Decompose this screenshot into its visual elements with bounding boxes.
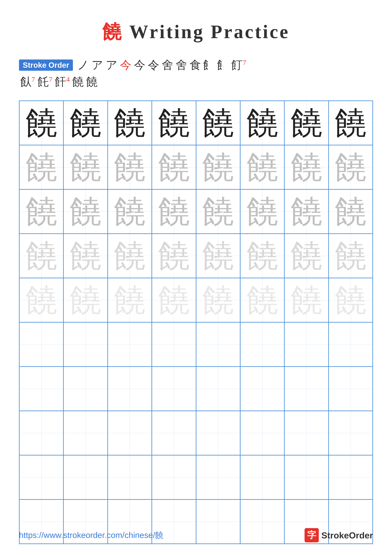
grid-cell: 饒: [240, 278, 284, 322]
stroke-8: 舍: [176, 58, 187, 73]
practice-char: 饒: [202, 284, 234, 316]
grid-cell: 饒: [152, 101, 196, 145]
grid-cell: [152, 322, 196, 366]
grid-cell: 饒: [19, 101, 64, 145]
grid-cell: 饒: [108, 278, 152, 322]
practice-grid: 饒饒饒饒饒饒饒饒饒饒饒饒饒饒饒饒饒饒饒饒饒饒饒饒饒饒饒饒饒饒饒饒饒饒饒饒饒饒饒饒: [19, 101, 373, 544]
grid-cell: [328, 322, 373, 366]
grid-cell: 饒: [328, 101, 373, 145]
practice-char: 饒: [158, 284, 190, 316]
grid-cell: [152, 411, 196, 455]
grid-cell: 饒: [152, 189, 196, 234]
grid-cell: [108, 366, 152, 411]
grid-row: 饒饒饒饒饒饒饒饒: [19, 101, 373, 145]
stroke-6: 令: [148, 58, 159, 73]
stroke-13: 飤7: [20, 74, 35, 89]
practice-char: 饒: [70, 284, 101, 316]
grid-cell: 饒: [108, 101, 152, 145]
practice-char: 饒: [291, 151, 322, 183]
grid-cell: 饒: [284, 101, 328, 145]
practice-char: 饒: [158, 107, 190, 139]
grid-cell: 饒: [108, 145, 152, 189]
grid-cell: 饒: [328, 234, 373, 278]
grid-cell: [196, 322, 240, 366]
grid-cell: 饒: [240, 101, 284, 145]
practice-char: 饒: [202, 196, 234, 227]
grid-cell: [196, 411, 240, 455]
grid-cell: [19, 366, 64, 411]
stroke-7: 舍: [162, 58, 173, 73]
grid-cell: 饒: [19, 234, 64, 278]
grid-cell: 饒: [284, 145, 328, 189]
practice-char: 饒: [335, 284, 366, 316]
grid-cell: [284, 411, 328, 455]
stroke-17: 饒: [86, 74, 98, 89]
practice-char: 饒: [114, 196, 145, 227]
practice-char: 饒: [114, 107, 145, 139]
stroke-4: 今: [120, 58, 131, 73]
stroke-10: 飠: [204, 58, 215, 73]
logo-icon: 字: [305, 528, 319, 542]
practice-char: 饒: [247, 107, 278, 139]
grid-row: 饒饒饒饒饒饒饒饒: [19, 189, 373, 234]
grid-cell: 饒: [284, 278, 328, 322]
grid-row: 饒饒饒饒饒饒饒饒: [19, 278, 373, 322]
practice-char: 饒: [335, 107, 366, 139]
grid-cell: 饒: [64, 101, 107, 145]
grid-row: [19, 322, 373, 366]
grid-cell: [328, 411, 373, 455]
practice-char: 饒: [202, 151, 234, 183]
practice-char: 饒: [291, 107, 322, 139]
grid-cell: 饒: [108, 234, 152, 278]
grid-cell: [108, 322, 152, 366]
practice-char: 饒: [335, 151, 366, 183]
practice-char: 饒: [247, 196, 278, 227]
grid-cell: [284, 366, 328, 411]
grid-cell: [240, 455, 284, 499]
grid-cell: [196, 366, 240, 411]
grid-row: [19, 455, 373, 499]
practice-char: 饒: [291, 196, 322, 227]
stroke-11: 飠: [217, 58, 229, 73]
grid-cell: 饒: [64, 234, 107, 278]
grid-cell: [19, 455, 64, 499]
stroke-15: 飦4: [55, 74, 70, 89]
grid-cell: 饒: [328, 145, 373, 189]
grid-cell: 饒: [19, 145, 64, 189]
footer-url[interactable]: https://www.strokeorder.com/chinese/饒: [19, 530, 163, 541]
practice-char: 饒: [247, 284, 278, 316]
stroke-2: ア: [92, 58, 103, 73]
grid-cell: 饒: [196, 145, 240, 189]
stroke-1: ノ: [77, 58, 89, 73]
practice-char: 饒: [158, 240, 190, 272]
stroke-16: 饒: [72, 74, 84, 89]
grid-cell: [152, 455, 196, 499]
grid-row: 饒饒饒饒饒饒饒饒: [19, 145, 373, 189]
grid-cell: 饒: [284, 234, 328, 278]
grid-cell: [284, 322, 328, 366]
stroke-order-row-1: Stroke Order ノ ア ア 今 今 令 舍 舍 食 飠 飠 飣7: [19, 58, 373, 73]
practice-char: 饒: [158, 196, 190, 227]
grid-cell: 饒: [196, 234, 240, 278]
grid-cell: 饒: [152, 145, 196, 189]
grid-cell: 饒: [19, 278, 64, 322]
grid-cell: 饒: [196, 101, 240, 145]
grid-row: 饒饒饒饒饒饒饒饒: [19, 234, 373, 278]
title-text: Writing Practice: [129, 21, 290, 42]
grid-cell: 饒: [328, 278, 373, 322]
practice-char: 饒: [70, 107, 101, 139]
title-char: 饒: [102, 21, 123, 42]
grid-cell: [108, 411, 152, 455]
page: 饒 Writing Practice Stroke Order ノ ア ア 今 …: [0, 0, 392, 555]
practice-char: 饒: [335, 240, 366, 272]
grid-cell: [64, 322, 107, 366]
stroke-3: ア: [106, 58, 117, 73]
grid-cell: 饒: [240, 145, 284, 189]
grid-row: [19, 411, 373, 455]
practice-char: 饒: [26, 196, 57, 227]
stroke-order-badge: Stroke Order: [19, 59, 73, 71]
practice-char: 饒: [26, 284, 57, 316]
practice-char: 饒: [114, 240, 145, 272]
practice-char: 饒: [247, 151, 278, 183]
grid-cell: [328, 455, 373, 499]
